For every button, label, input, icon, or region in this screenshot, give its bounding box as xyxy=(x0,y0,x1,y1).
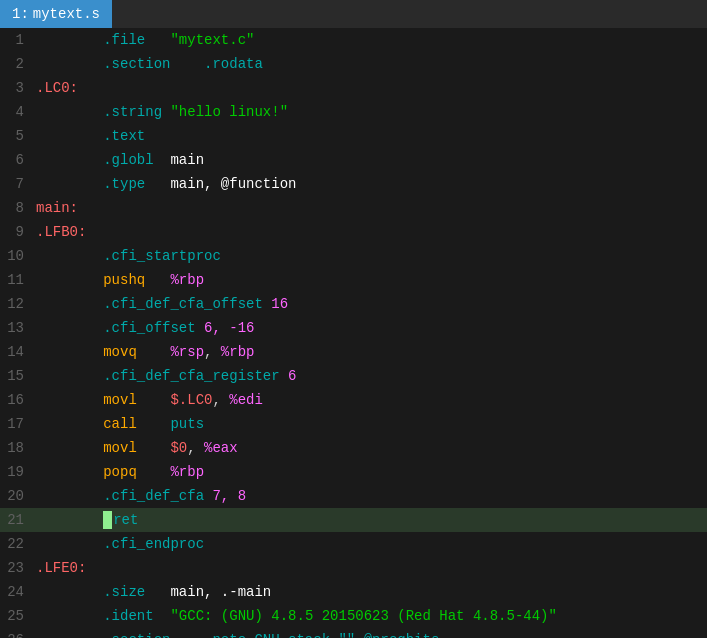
line-content: movl $.LC0, %edi xyxy=(36,388,263,412)
line-content: main: xyxy=(36,196,78,220)
code-line: 6 .globl main xyxy=(0,148,707,172)
line-content: .cfi_endproc xyxy=(36,532,204,556)
code-container: 1 .file "mytext.c"2 .section .rodata3.LC… xyxy=(0,28,707,638)
code-line: 18 movl $0, %eax xyxy=(0,436,707,460)
line-number: 21 xyxy=(0,508,36,532)
code-line: 7 .type main, @function xyxy=(0,172,707,196)
code-line: 8main: xyxy=(0,196,707,220)
line-content: .cfi_def_cfa_register 6 xyxy=(36,364,296,388)
line-number: 16 xyxy=(0,388,36,412)
line-number: 24 xyxy=(0,580,36,604)
tab-filename: mytext.s xyxy=(33,6,100,22)
line-content: pushq %rbp xyxy=(36,268,204,292)
code-line: 16 movl $.LC0, %edi xyxy=(0,388,707,412)
code-line: 23.LFE0: xyxy=(0,556,707,580)
code-line: 1 .file "mytext.c" xyxy=(0,28,707,52)
code-line: 2 .section .rodata xyxy=(0,52,707,76)
line-content: .cfi_startproc xyxy=(36,244,221,268)
code-line: 19 popq %rbp xyxy=(0,460,707,484)
line-number: 20 xyxy=(0,484,36,508)
code-line: 4 .string "hello linux!" xyxy=(0,100,707,124)
line-content: .cfi_offset 6, -16 xyxy=(36,316,254,340)
code-line: 9.LFB0: xyxy=(0,220,707,244)
line-number: 18 xyxy=(0,436,36,460)
line-content: .LFB0: xyxy=(36,220,86,244)
code-line: 26 .section .note.GNU-stack,"",@progbits xyxy=(0,628,707,638)
line-content: call puts xyxy=(36,412,204,436)
line-number: 6 xyxy=(0,148,36,172)
line-number: 3 xyxy=(0,76,36,100)
line-number: 15 xyxy=(0,364,36,388)
line-content: movq %rsp, %rbp xyxy=(36,340,254,364)
code-line: 5 .text xyxy=(0,124,707,148)
code-line: 24 .size main, .-main xyxy=(0,580,707,604)
line-number: 26 xyxy=(0,628,36,638)
line-number: 19 xyxy=(0,460,36,484)
code-line: 12 .cfi_def_cfa_offset 16 xyxy=(0,292,707,316)
code-line: 17 call puts xyxy=(0,412,707,436)
line-number: 2 xyxy=(0,52,36,76)
code-line: 11 pushq %rbp xyxy=(0,268,707,292)
line-number: 12 xyxy=(0,292,36,316)
line-content: .globl main xyxy=(36,148,204,172)
code-line: 20 .cfi_def_cfa 7, 8 xyxy=(0,484,707,508)
code-line: 25 .ident "GCC: (GNU) 4.8.5 20150623 (Re… xyxy=(0,604,707,628)
line-number: 9 xyxy=(0,220,36,244)
tab-bar: 1: mytext.s xyxy=(0,0,707,28)
line-number: 10 xyxy=(0,244,36,268)
cursor xyxy=(103,511,112,529)
line-content: .LFE0: xyxy=(36,556,86,580)
line-number: 8 xyxy=(0,196,36,220)
line-number: 25 xyxy=(0,604,36,628)
line-content: .size main, .-main xyxy=(36,580,271,604)
line-content: movl $0, %eax xyxy=(36,436,238,460)
line-content: .section .note.GNU-stack,"",@progbits xyxy=(36,628,439,638)
line-content: .file "mytext.c" xyxy=(36,28,254,52)
code-line: 15 .cfi_def_cfa_register 6 xyxy=(0,364,707,388)
line-content: popq %rbp xyxy=(36,460,204,484)
code-line: 21 ret xyxy=(0,508,707,532)
line-content: ret xyxy=(36,508,138,532)
line-number: 14 xyxy=(0,340,36,364)
line-content: .LC0: xyxy=(36,76,78,100)
active-tab[interactable]: 1: mytext.s xyxy=(0,0,112,28)
line-number: 13 xyxy=(0,316,36,340)
code-line: 3.LC0: xyxy=(0,76,707,100)
line-number: 1 xyxy=(0,28,36,52)
code-line: 13 .cfi_offset 6, -16 xyxy=(0,316,707,340)
line-content: .type main, @function xyxy=(36,172,296,196)
tab-number: 1: xyxy=(12,6,29,22)
code-line: 14 movq %rsp, %rbp xyxy=(0,340,707,364)
line-number: 22 xyxy=(0,532,36,556)
line-number: 4 xyxy=(0,100,36,124)
line-number: 17 xyxy=(0,412,36,436)
line-number: 7 xyxy=(0,172,36,196)
line-content: .section .rodata xyxy=(36,52,263,76)
line-number: 11 xyxy=(0,268,36,292)
line-content: .cfi_def_cfa 7, 8 xyxy=(36,484,246,508)
line-content: .text xyxy=(36,124,145,148)
line-content: .ident "GCC: (GNU) 4.8.5 20150623 (Red H… xyxy=(36,604,557,628)
line-number: 5 xyxy=(0,124,36,148)
code-line: 10 .cfi_startproc xyxy=(0,244,707,268)
line-content: .string "hello linux!" xyxy=(36,100,288,124)
line-number: 23 xyxy=(0,556,36,580)
code-line: 22 .cfi_endproc xyxy=(0,532,707,556)
line-content: .cfi_def_cfa_offset 16 xyxy=(36,292,288,316)
